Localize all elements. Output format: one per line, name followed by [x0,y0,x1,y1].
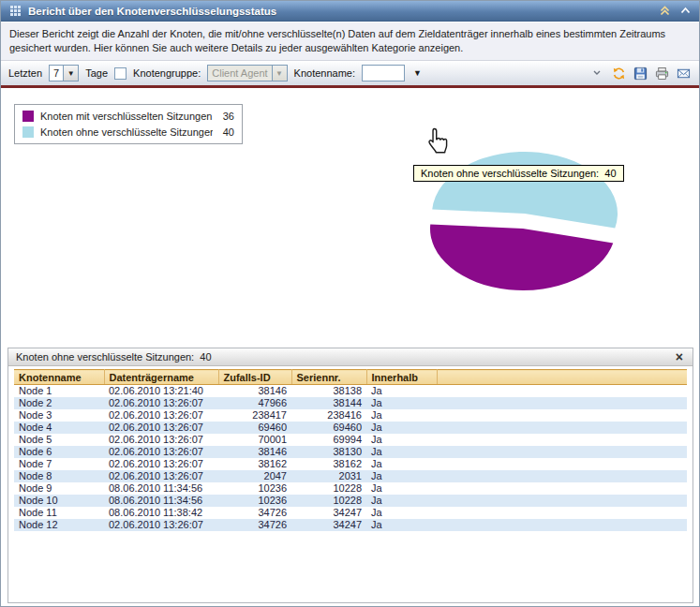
table-cell: 08.06.2010 11:34:56 [104,482,218,495]
table-cell: 02.06.2010 13:21:40 [104,385,218,398]
table-cell-filler [437,507,687,519]
toolbar-more-icon[interactable] [588,65,605,81]
table-row: Node 1108.06.2010 11:38:423472634247Ja [14,507,687,519]
table-cell: 69460 [291,422,366,434]
table-cell: Ja [366,470,437,482]
table-cell: Node 9 [14,482,104,495]
table-cell-filler [437,470,687,482]
legend-item[interactable]: Knoten ohne verschlüsselte Sitzunger40 [22,126,234,138]
table-cell: 08.06.2010 11:38:42 [104,507,218,519]
table-cell: 34726 [218,507,291,519]
chevron-down-icon[interactable]: ▼ [63,66,78,81]
table-cell: 47966 [218,397,291,409]
title-bar: Bericht über den Knotenverschlüsselungss… [1,1,699,22]
table-cell: 10236 [218,495,291,507]
filter-toolbar: Letzten 7 ▼ Tage Knotengruppe: Client Ag… [1,61,699,88]
table-cell: 38162 [291,458,366,470]
column-header: Zufalls-ID [218,370,291,385]
tage-label: Tage [85,67,108,79]
table-cell: Node 11 [14,507,104,519]
column-header: Innerhalb [366,370,437,385]
chart-legend: Knoten mit verschlüsselten Sitzungen36Kn… [14,104,243,144]
detail-table-wrap: KnotennameDatenträgernameZufalls-IDSerie… [14,369,687,531]
save-icon[interactable] [632,65,648,81]
legend-label: Knoten ohne verschlüsselte Sitzunger [40,126,213,138]
days-select[interactable]: 7 ▼ [49,65,79,81]
table-cell-filler [437,409,687,422]
table-cell: Node 6 [14,446,104,458]
table-row: Node 908.06.2010 11:34:561023610228Ja [14,482,687,495]
chart-area: Knoten mit verschlüsselten Sitzungen36Kn… [1,91,699,348]
print-icon[interactable] [653,65,670,81]
email-icon[interactable] [675,65,692,81]
table-cell: 10228 [291,495,366,507]
table-cell: 02.06.2010 13:26:07 [104,409,218,422]
pie-slice-encrypted[interactable] [430,224,613,290]
column-header-filler [437,370,687,385]
knotengruppe-label: Knotengruppe: [133,67,201,79]
table-cell: 69994 [291,434,366,446]
table-cell: 10228 [291,482,366,495]
table-cell-filler [437,446,687,458]
detail-table: KnotennameDatenträgernameZufalls-IDSerie… [14,369,687,531]
node-group-select: Client Agent ▼ [207,65,287,81]
table-header-row: KnotennameDatenträgernameZufalls-IDSerie… [14,370,687,385]
table-cell-filler [437,482,687,495]
close-icon[interactable]: × [674,350,685,363]
refresh-icon[interactable] [610,65,627,81]
node-name-dropdown-icon[interactable]: ▼ [413,68,422,78]
table-cell: Ja [366,482,437,495]
table-row: Node 1008.06.2010 11:34:561023610228Ja [14,495,687,507]
table-cell: 2047 [218,470,291,482]
table-cell: 02.06.2010 13:26:07 [104,446,218,458]
collapse-panel-icon[interactable] [678,4,693,19]
table-row: Node 402.06.2010 13:26:076946069460Ja [14,422,687,434]
table-cell: Node 5 [14,434,104,446]
table-cell: Node 3 [14,409,104,422]
table-cell: Node 12 [14,519,104,531]
node-group-checkbox[interactable] [114,67,127,80]
table-cell: 34247 [291,519,366,531]
table-cell: 38146 [218,385,291,398]
legend-label: Knoten mit verschlüsselten Sitzungen [40,111,213,122]
column-header: Datenträgername [104,370,218,385]
table-cell: 70001 [218,434,291,446]
legend-value: 40 [219,126,234,138]
table-cell: 02.06.2010 13:26:07 [104,434,218,446]
column-header: Knotenname [14,370,104,385]
detail-panel-header: Knoten ohne verschlüsselte Sitzungen: 40… [8,348,693,366]
table-cell: 38144 [291,397,366,409]
table-row: Node 702.06.2010 13:26:073816238162Ja [14,458,687,470]
table-cell: 02.06.2010 13:26:07 [104,422,218,434]
table-cell-filler [437,495,687,507]
table-cell: Ja [366,446,437,458]
table-cell: 02.06.2010 13:26:07 [104,458,218,470]
pie-slice-unencrypted[interactable] [432,152,618,228]
legend-swatch-icon [22,111,34,122]
table-cell-filler [437,422,687,434]
node-name-input[interactable] [362,65,405,81]
table-cell: Node 7 [14,458,104,470]
table-cell: 238416 [291,409,366,422]
chart-legend-items: Knoten mit verschlüsselten Sitzungen36Kn… [22,111,234,138]
table-row: Node 102.06.2010 13:21:403814638138Ja [14,385,687,398]
table-cell: 69460 [218,422,291,434]
table-cell: Node 2 [14,397,104,409]
collapse-all-icon[interactable] [657,4,672,19]
legend-swatch-icon [22,126,34,138]
table-cell: Ja [366,507,437,519]
table-cell-filler [437,434,687,446]
table-cell: Node 10 [14,495,104,507]
table-cell: 10236 [218,482,291,495]
table-cell: 02.06.2010 13:26:07 [104,519,218,531]
table-cell: Node 4 [14,422,104,434]
report-window: Bericht über den Knotenverschlüsselungss… [0,0,700,607]
table-cell: 38130 [291,446,366,458]
legend-item[interactable]: Knoten mit verschlüsselten Sitzungen36 [22,111,234,122]
table-body: Node 102.06.2010 13:21:403814638138JaNod… [14,385,687,532]
table-cell: 38162 [218,458,291,470]
chart-tooltip: Knoten ohne verschlüsselte Sitzungen: 40 [413,165,624,182]
column-header: Seriennr. [291,370,366,385]
table-cell: Node 8 [14,470,104,482]
table-cell: Ja [366,434,437,446]
